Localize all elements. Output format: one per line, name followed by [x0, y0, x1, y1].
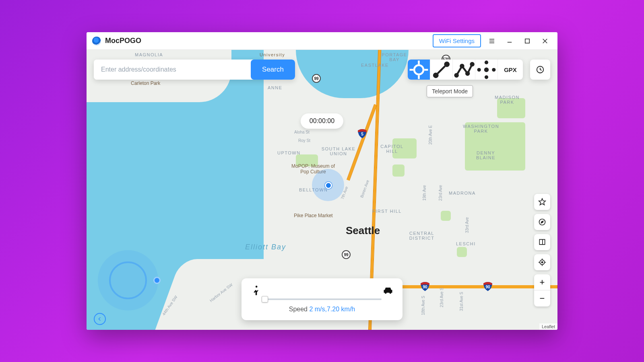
svg-point-25 — [256, 286, 258, 288]
multi-spot-mode-button[interactable] — [453, 60, 475, 80]
interstate-shield-90: 90 — [420, 282, 430, 292]
map-water-label: Elliott Bay — [245, 243, 286, 251]
app-window: MocPOGO WiFi Settings — [87, 32, 557, 330]
interstate-shield-90: 90 — [483, 282, 493, 292]
map-district-label: CAPITOL HILL — [374, 144, 410, 154]
map-district-label: MADISON PARK — [489, 95, 525, 105]
map-street-label: 23rd Ave S — [440, 288, 444, 307]
map-poi-label: University — [260, 52, 285, 57]
map-district-label: ANNE — [268, 85, 283, 90]
app-logo-icon — [92, 37, 101, 45]
svg-point-21 — [485, 75, 488, 79]
search-bar: Search — [94, 60, 295, 80]
gpx-mode-button[interactable]: GPX — [498, 60, 523, 80]
search-input[interactable] — [94, 60, 251, 80]
speed-readout: Speed 2 m/s,7.20 km/h — [250, 306, 394, 313]
map-district-label: WASHINGTON PARK — [457, 124, 505, 134]
speed-slider[interactable] — [262, 298, 382, 300]
zoom-in-button[interactable]: + — [534, 274, 550, 290]
route-shield-99: 99 — [312, 74, 321, 83]
app-name: MocPOGO — [105, 37, 141, 45]
map-street-label: 23rd Ave — [438, 185, 443, 201]
close-icon[interactable] — [538, 34, 552, 48]
virtual-joystick[interactable] — [98, 250, 158, 311]
wifi-settings-button[interactable]: WiFi Settings — [433, 34, 481, 47]
svg-point-32 — [541, 261, 543, 263]
history-button[interactable] — [530, 60, 550, 80]
titlebar: MocPOGO WiFi Settings — [87, 32, 557, 50]
interstate-shield-5: 5 — [357, 129, 367, 139]
car-icon — [382, 285, 394, 298]
map-poi-label: Pike Place Market — [294, 213, 333, 218]
locate-me-button[interactable] — [534, 254, 550, 270]
mode-toolbar: GPX — [408, 60, 523, 80]
two-spot-mode-button[interactable] — [430, 60, 453, 80]
svg-point-27 — [390, 292, 392, 294]
search-button[interactable]: Search — [251, 60, 295, 80]
compass-button[interactable] — [534, 214, 550, 230]
map-district-label: LESCHI — [456, 241, 476, 246]
map-district-label: MAGNOLIA — [135, 52, 163, 57]
map-district-label: UPTOWN — [277, 150, 301, 155]
map-district-label: FIRST HILL — [372, 209, 402, 214]
map-street-label: Aloha St — [294, 130, 310, 134]
walk-icon — [250, 285, 262, 298]
map-district-label: MADRONA — [449, 191, 476, 195]
map-street-label: 19th Ave — [422, 185, 427, 201]
map-street-label: 20th Ave E — [428, 125, 433, 144]
svg-rect-4 — [525, 39, 530, 43]
svg-point-22 — [477, 68, 481, 71]
mode-tooltip: Teleport Mode — [427, 85, 473, 97]
menu-icon[interactable] — [485, 34, 499, 48]
back-button[interactable] — [94, 313, 106, 325]
timer-display: 00:00:00 — [301, 113, 343, 129]
map-park-label: Carleton Park — [131, 80, 160, 86]
map-layers-button[interactable] — [534, 234, 550, 250]
svg-point-26 — [385, 292, 387, 294]
speed-slider-thumb[interactable] — [262, 296, 268, 302]
map-tools: + − — [534, 194, 550, 306]
svg-point-23 — [492, 68, 495, 71]
minimize-icon[interactable] — [503, 34, 516, 48]
svg-marker-28 — [539, 199, 546, 205]
svg-marker-30 — [541, 221, 543, 223]
svg-point-7 — [414, 65, 423, 74]
zoom-controls: + − — [534, 274, 550, 306]
speed-panel: Speed 2 m/s,7.20 km/h — [242, 278, 402, 320]
zoom-out-button[interactable]: − — [534, 290, 550, 306]
favorites-button[interactable] — [534, 194, 550, 210]
map-district-label: CENTRAL DISTRICT — [404, 231, 440, 241]
map-street-label: 18th Ave S — [421, 296, 425, 315]
map-district-label: SOUTH LAKE UNION — [318, 146, 359, 156]
map-street-label: Roy St — [298, 138, 310, 143]
location-marker[interactable] — [325, 182, 332, 189]
map-street-label: 31st Ave S — [459, 292, 464, 311]
route-shield-99: 99 — [342, 250, 351, 259]
svg-point-20 — [485, 60, 488, 64]
map-district-label: EASTLAKE — [361, 63, 389, 68]
svg-point-19 — [484, 67, 489, 72]
map-district-label: PORTAGE BAY — [376, 52, 413, 62]
svg-line-14 — [438, 66, 445, 73]
map-district-label: DENNY BLAINE — [470, 150, 502, 160]
teleport-mode-button[interactable] — [408, 60, 430, 80]
maximize-icon[interactable] — [520, 34, 534, 48]
joystick-handle[interactable] — [153, 277, 161, 284]
joystick-mode-button[interactable] — [475, 60, 498, 80]
map-canvas[interactable]: MAGNOLIA University ANNE Carleton Park U… — [87, 50, 557, 330]
map-city-label: Seattle — [346, 224, 380, 237]
map-street-label: 33rd Ave — [465, 217, 469, 233]
map-attribution: Leaflet — [539, 323, 557, 330]
